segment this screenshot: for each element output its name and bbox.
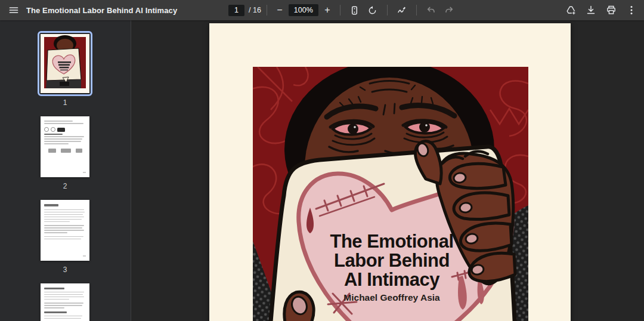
thumbnail-page-2[interactable] — [41, 116, 89, 177]
fit-page-icon — [349, 5, 360, 16]
download-icon — [586, 5, 596, 16]
left-thumb — [284, 292, 314, 321]
toolbar-center-group: / 16 − 100% + — [228, 0, 458, 20]
thumbnail-1-label: 1 — [41, 98, 89, 107]
pdf-toolbar: The Emotional Labor Behind AI Intimacy /… — [0, 0, 644, 20]
toolbar-left-group: The Emotional Labor Behind AI Intimacy — [0, 0, 177, 20]
zoom-in-button[interactable]: + — [320, 2, 335, 18]
toolbar-right-group — [562, 0, 640, 20]
cover-author: Michael Geoffrey Asia — [343, 292, 440, 303]
undo-button[interactable] — [422, 1, 440, 19]
fit-page-button[interactable] — [346, 1, 364, 19]
thumbnail-page-4[interactable] — [41, 283, 89, 321]
toolbar-separator — [416, 5, 417, 16]
cover-title-line-1: The Emotional — [330, 231, 453, 252]
menu-button[interactable] — [5, 1, 23, 19]
save-to-drive-button[interactable] — [562, 1, 580, 19]
cc-license-icons — [44, 127, 86, 132]
cover-title-line-3: AI Intimacy — [344, 269, 440, 290]
thumbnail-4-page — [41, 283, 89, 321]
redo-button[interactable] — [440, 1, 458, 19]
cover-illustration: The Emotional Labor Behind AI Intimacy M… — [253, 67, 528, 321]
thumbnail-1-page — [41, 34, 89, 93]
publisher-logos — [44, 149, 86, 153]
document-title: The Emotional Labor Behind AI Intimacy — [26, 6, 177, 15]
annotate-button[interactable] — [393, 1, 411, 19]
pdf-page-1: The Emotional Labor Behind AI Intimacy M… — [209, 23, 571, 321]
rotate-counterclockwise-button[interactable] — [364, 1, 382, 19]
page-number-input[interactable] — [228, 5, 244, 16]
print-icon — [606, 5, 617, 16]
document-viewport[interactable]: The Emotional Labor Behind AI Intimacy M… — [131, 20, 644, 321]
redo-icon — [444, 5, 454, 16]
thumbnail-page-3[interactable] — [41, 200, 89, 261]
more-options-button[interactable] — [623, 1, 640, 19]
toolbar-separator — [387, 5, 388, 16]
thumbnail-page-1[interactable] — [41, 34, 89, 93]
more-options-icon — [626, 5, 637, 16]
toolbar-separator — [267, 5, 267, 16]
thumbnail-sidebar: 1 2 — [0, 20, 131, 321]
rotate-ccw-icon — [367, 5, 377, 16]
save-to-drive-icon — [565, 5, 577, 16]
zoom-level-value[interactable]: 100% — [289, 4, 318, 16]
annotate-icon — [397, 5, 407, 16]
download-button[interactable] — [582, 1, 600, 19]
viewer-content: 1 2 — [0, 20, 644, 321]
thumbnail-1-cover-art — [41, 34, 89, 93]
page-count-label: / 16 — [249, 6, 261, 14]
thumbnail-3-label: 3 — [41, 266, 89, 274]
undo-icon — [426, 5, 436, 16]
zoom-out-button[interactable]: − — [273, 2, 287, 18]
toolbar-separator — [340, 5, 340, 16]
thumbnail-2-label: 2 — [41, 182, 89, 190]
cover-title-line-2: Labor Behind — [334, 250, 450, 271]
menu-icon — [8, 5, 19, 16]
print-button[interactable] — [602, 1, 620, 19]
thumbnail-2-page — [41, 116, 89, 177]
thumbnail-3-page — [41, 200, 89, 261]
